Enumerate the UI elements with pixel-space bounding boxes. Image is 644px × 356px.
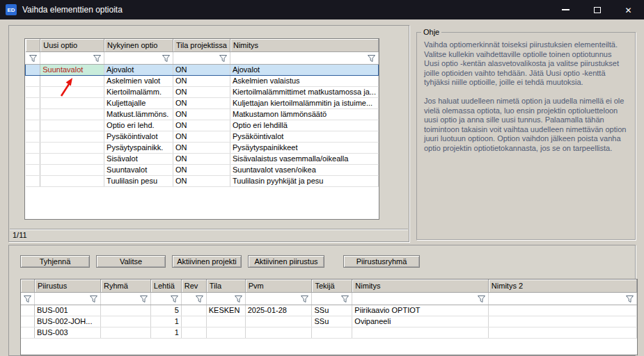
cell[interactable]: ON: [173, 108, 230, 120]
cell[interactable]: Ajovalot: [104, 64, 173, 75]
cell[interactable]: Pysäytyspainikk.: [104, 142, 173, 153]
column-header[interactable]: Nimitys 2: [488, 280, 636, 292]
select-button[interactable]: Valitse: [96, 255, 166, 268]
table-row[interactable]: SuuntavalotONSuuntavalot vasen/oikea: [26, 164, 379, 175]
filter-funnel-icon[interactable]: [234, 295, 243, 303]
cell[interactable]: KESKEN: [206, 305, 245, 316]
cell[interactable]: [181, 327, 206, 338]
cell[interactable]: [206, 327, 245, 338]
column-header[interactable]: Tila projektissa: [173, 39, 230, 51]
cell[interactable]: 1: [150, 327, 181, 338]
cell[interactable]: [40, 153, 104, 164]
cell[interactable]: SSu: [312, 305, 352, 316]
column-header[interactable]: Nimitys: [230, 39, 378, 51]
cell[interactable]: ON: [173, 164, 230, 175]
filter-funnel-icon[interactable]: [300, 295, 309, 303]
filter-funnel-icon[interactable]: [23, 295, 32, 303]
cell[interactable]: [488, 327, 636, 338]
filter-cell[interactable]: [230, 51, 378, 64]
cell[interactable]: [181, 305, 206, 316]
filter-funnel-icon[interactable]: [139, 295, 148, 303]
column-header[interactable]: Lehtiä: [150, 280, 181, 292]
filter-cell[interactable]: [352, 292, 488, 305]
filter-funnel-icon[interactable]: [625, 295, 634, 303]
cell[interactable]: [100, 316, 150, 327]
active-project-button[interactable]: Aktiivinen projekti: [172, 255, 242, 268]
cell[interactable]: ON: [173, 64, 230, 75]
cell[interactable]: Kiertoilmalämm.: [104, 86, 173, 97]
cell[interactable]: Piirikaavio OPTIOT: [352, 305, 488, 316]
cell[interactable]: [100, 327, 150, 338]
cell[interactable]: ON: [173, 131, 230, 142]
column-header[interactable]: Nimitys: [352, 280, 488, 292]
cell[interactable]: [40, 142, 104, 153]
cell[interactable]: SSu: [312, 316, 352, 327]
cell[interactable]: [40, 131, 104, 142]
cell[interactable]: ON: [173, 97, 230, 108]
cell[interactable]: [245, 327, 312, 338]
filter-cell[interactable]: [245, 292, 312, 305]
column-header[interactable]: Nykyinen optio: [104, 39, 173, 51]
cell[interactable]: Matkust.lämmöns.: [104, 108, 173, 120]
maximize-button[interactable]: [581, 0, 613, 19]
table-row[interactable]: BUS-0031: [21, 327, 637, 338]
cell[interactable]: BUS-003: [35, 327, 101, 338]
column-header[interactable]: Tila: [206, 280, 245, 292]
table-row[interactable]: SuuntavalotAjovalotONAjovalot: [26, 64, 379, 75]
cell[interactable]: Tuulilasin pyyhkijät ja pesu: [230, 175, 378, 186]
cell[interactable]: Suuntavalot: [104, 164, 173, 175]
cell[interactable]: ON: [173, 75, 230, 86]
cell[interactable]: ON: [173, 86, 230, 97]
filter-funnel-icon[interactable]: [89, 295, 98, 303]
filter-cell[interactable]: [26, 51, 40, 64]
cell[interactable]: Suuntavalot vasen/oikea: [230, 164, 378, 175]
table-row[interactable]: Askelmien valotONAskelmien valaistus: [26, 75, 379, 86]
filter-cell[interactable]: [100, 292, 150, 305]
close-button[interactable]: [613, 0, 644, 19]
cell[interactable]: [40, 175, 104, 186]
column-header[interactable]: Ryhmä: [100, 280, 150, 292]
cell[interactable]: Matkustamon lämmönsäätö: [230, 108, 378, 120]
cell[interactable]: [40, 97, 104, 108]
filter-funnel-icon[interactable]: [219, 54, 228, 63]
filter-funnel-icon[interactable]: [162, 54, 171, 63]
cell[interactable]: Pysäytyspainikkeet: [230, 142, 378, 153]
table-row[interactable]: SisävalotONSisävalaistus vasemmalla/oike…: [26, 153, 379, 164]
table-row[interactable]: PysäköintivalotONPysäköintivalot: [26, 131, 379, 142]
filter-funnel-icon[interactable]: [93, 54, 102, 63]
cell[interactable]: [100, 305, 150, 316]
cell[interactable]: Kuljettajalle: [104, 97, 173, 108]
cell[interactable]: [488, 305, 636, 316]
table-row[interactable]: KuljettajalleONKuljettajan kiertoilmaläm…: [26, 97, 379, 108]
cell[interactable]: [40, 108, 104, 120]
cell[interactable]: [488, 316, 636, 327]
filter-cell[interactable]: [35, 292, 101, 305]
cell[interactable]: [40, 120, 104, 131]
table-row[interactable]: BUS-002-JOH...1SSuOvipaneeli: [21, 316, 637, 327]
table-row[interactable]: Pysäytyspainikk.ONPysäytyspainikkeet: [26, 142, 379, 153]
cell[interactable]: Suuntavalot: [40, 64, 104, 75]
filter-funnel-icon[interactable]: [29, 54, 38, 63]
cell[interactable]: ON: [173, 175, 230, 186]
filter-cell[interactable]: [40, 51, 104, 64]
cell[interactable]: Ajovalot: [230, 64, 378, 75]
filter-cell[interactable]: [181, 292, 206, 305]
table-row[interactable]: Kiertoilmalämm.ONKiertoilmalämmittimet m…: [26, 86, 379, 97]
cell[interactable]: Kuljettajan kiertoilmalämmitin ja istuim…: [230, 97, 378, 108]
table-row[interactable]: Optio eri lehd.ONOptio eri lehdillä: [26, 120, 379, 131]
cell[interactable]: 5: [150, 305, 181, 316]
filter-cell[interactable]: [206, 292, 245, 305]
cell[interactable]: BUS-001: [35, 305, 101, 316]
cell[interactable]: Optio eri lehd.: [104, 120, 173, 131]
cell[interactable]: 1: [150, 316, 181, 327]
column-header[interactable]: Uusi optio: [40, 39, 104, 51]
cell[interactable]: [245, 316, 312, 327]
cell[interactable]: ON: [173, 120, 230, 131]
column-header[interactable]: Rev: [181, 280, 206, 292]
drawing-group-button[interactable]: Piirustusryhmä: [343, 255, 420, 268]
filter-funnel-icon[interactable]: [367, 54, 376, 63]
clear-button[interactable]: Tyhjennä: [20, 255, 90, 268]
cell[interactable]: ON: [173, 153, 230, 164]
filter-cell[interactable]: [104, 51, 173, 64]
column-header[interactable]: Tekijä: [312, 280, 352, 292]
